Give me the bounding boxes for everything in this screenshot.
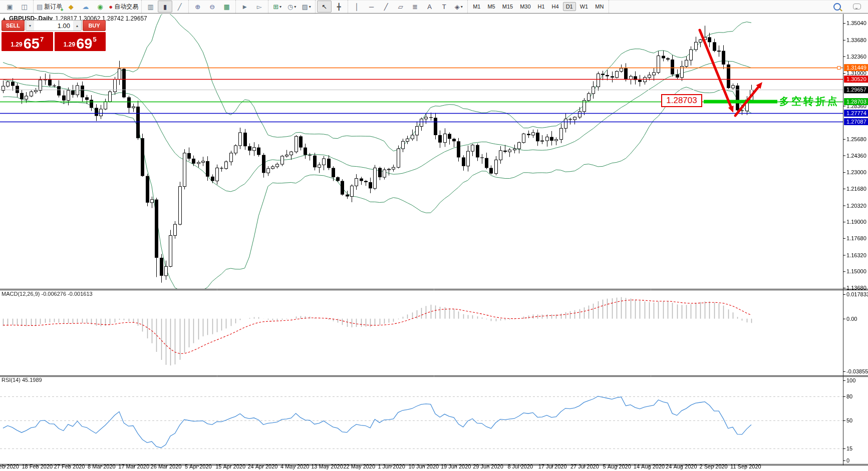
- trendline-button[interactable]: ╱: [379, 1, 393, 13]
- mql5-icon: ◆: [69, 4, 74, 10]
- timeframe-m15-button[interactable]: M15: [499, 2, 516, 11]
- auto-scroll-icon: ►: [241, 4, 248, 10]
- templates-button[interactable]: ▨▾: [299, 1, 314, 13]
- one-click-trade-panel: SELL ▼ ▲ BUY 1.29 65 7 1.29 69 5: [2, 20, 106, 51]
- toolbar-group: ▣◫: [1, 0, 34, 13]
- timeframe-m1-button[interactable]: M1: [470, 2, 483, 11]
- zoom-out-button[interactable]: ⊖: [205, 1, 219, 13]
- fibonacci-button[interactable]: ≣: [408, 1, 422, 13]
- buy-price-big: 69: [76, 37, 92, 50]
- window-icon: ▣: [7, 4, 13, 10]
- new-order-button[interactable]: ▤+新订单: [35, 1, 64, 13]
- chat-icon: [853, 4, 861, 10]
- label-icon: T: [442, 4, 446, 10]
- chevron-down-icon[interactable]: ▾: [309, 5, 311, 9]
- buy-price-sup: 5: [93, 36, 96, 43]
- templates-icon: ▨: [302, 4, 308, 10]
- sell-price-big: 65: [24, 37, 40, 50]
- sell-button[interactable]: SELL: [2, 20, 25, 31]
- timeframe-mn-button[interactable]: MN: [592, 2, 607, 11]
- top-toolbar: ▣◫▤+新订单◆☁◉●自动交易▥▮╱⊕⊖▦►▻⊞▾◷▾▨▾↖╋│─╱▱≣AT◈▾…: [0, 0, 868, 14]
- candlestick-button[interactable]: ▮: [158, 1, 172, 13]
- horizontal-line-button[interactable]: ─: [364, 1, 379, 13]
- toolbar-right: [830, 1, 868, 13]
- toolbar-group: ►▻: [236, 0, 268, 13]
- search-button[interactable]: [830, 1, 844, 13]
- zoom-in-button[interactable]: ⊕: [190, 1, 205, 13]
- toolbar-group: ▤+新订单◆☁◉●自动交易: [34, 0, 142, 13]
- price-chart-canvas[interactable]: [0, 14, 868, 471]
- timeframe-group: M1M5M15M30H1H4D1W1MN: [468, 0, 609, 13]
- text-button[interactable]: A: [422, 1, 437, 13]
- chevron-down-icon[interactable]: ▾: [279, 5, 281, 9]
- timeframe-h1-button[interactable]: H1: [535, 2, 548, 11]
- new-order-button-label: 新订单: [44, 3, 62, 11]
- crosshair-icon: ╋: [337, 4, 341, 10]
- timeframe-h4-button[interactable]: H4: [549, 2, 562, 11]
- plus-badge-icon: +: [60, 8, 63, 12]
- signals-icon: ◉: [97, 4, 103, 10]
- price-flag-annotation: 1.28703: [661, 94, 702, 107]
- chart-shift-button[interactable]: ▻: [252, 1, 266, 13]
- vertical-line-button[interactable]: │: [350, 1, 364, 13]
- timeframe-w1-button[interactable]: W1: [577, 2, 592, 11]
- profiles-button[interactable]: ◫: [17, 1, 32, 13]
- toolbar-group: ⊞▾◷▾▨▾: [268, 0, 316, 13]
- volume-decrease-button[interactable]: ▼: [26, 21, 34, 31]
- rsi-indicator-label: RSI(14) 45.1989: [2, 377, 42, 383]
- channel-button[interactable]: ▱: [393, 1, 408, 13]
- horizontal-line-icon: ─: [369, 4, 374, 10]
- buy-quote[interactable]: 1.29 69 5: [55, 32, 106, 51]
- volume-increase-button[interactable]: ▲: [73, 21, 81, 31]
- auto-scroll-button[interactable]: ►: [237, 1, 252, 13]
- signals-button[interactable]: ◉: [93, 1, 107, 13]
- sell-price-prefix: 1.29: [11, 41, 22, 48]
- autotrading-icon: ●: [109, 4, 113, 10]
- window-button[interactable]: ▣: [3, 1, 17, 13]
- macd-indicator-label: MACD(12,26,9) -0.006276 -0.001613: [2, 291, 93, 297]
- shapes-button[interactable]: ◈▾: [451, 1, 466, 13]
- mql5-button[interactable]: ◆: [64, 1, 78, 13]
- timeframe-m30-button[interactable]: M30: [517, 2, 533, 11]
- bar-chart-button[interactable]: ▥: [143, 1, 158, 13]
- indicators-button[interactable]: ⊞▾: [270, 1, 284, 13]
- text-icon: A: [427, 4, 432, 10]
- label-button[interactable]: T: [437, 1, 451, 13]
- periods-button[interactable]: ◷▾: [284, 1, 299, 13]
- zoom-in-icon: ⊕: [195, 4, 200, 10]
- buy-price-prefix: 1.29: [64, 41, 75, 48]
- candlestick-icon: ▮: [163, 4, 167, 10]
- community-button[interactable]: ☁: [78, 1, 93, 13]
- volume-input[interactable]: [34, 21, 73, 31]
- fibonacci-icon: ≣: [412, 4, 418, 10]
- shapes-icon: ◈: [455, 4, 460, 10]
- crosshair-button[interactable]: ╋: [332, 1, 346, 13]
- volume-stepper[interactable]: ▼ ▲: [26, 20, 82, 31]
- line-chart-icon: ╱: [178, 4, 182, 10]
- chart-shift-icon: ▻: [257, 4, 262, 10]
- cursor-button[interactable]: ↖: [317, 1, 332, 13]
- trendline-icon: ╱: [384, 4, 388, 10]
- new-order-icon: ▤: [37, 4, 43, 10]
- vertical-line-icon: │: [355, 4, 359, 10]
- sell-quote[interactable]: 1.29 65 7: [2, 32, 53, 51]
- chevron-down-icon[interactable]: ▾: [461, 5, 463, 9]
- timeframe-m5-button[interactable]: M5: [484, 2, 498, 11]
- chat-button[interactable]: [849, 1, 864, 13]
- autotrading-button-label: 自动交易: [114, 3, 138, 11]
- buy-button[interactable]: BUY: [83, 20, 106, 31]
- sell-price-sup: 7: [40, 36, 44, 43]
- toolbar-group: ▥▮╱: [142, 0, 189, 13]
- chevron-down-icon[interactable]: ▾: [294, 5, 296, 9]
- bar-chart-icon: ▥: [148, 4, 154, 10]
- search-icon: [833, 3, 841, 11]
- toolbar-group: ⊕⊖▦: [189, 0, 236, 13]
- timeframe-d1-button[interactable]: D1: [563, 2, 576, 11]
- periods-icon: ◷: [287, 4, 293, 10]
- tile-windows-button[interactable]: ▦: [219, 1, 234, 13]
- community-icon: ☁: [82, 4, 89, 10]
- profiles-icon: ◫: [21, 4, 27, 10]
- toolbar-group: ↖╋: [316, 0, 348, 13]
- line-chart-button[interactable]: ╱: [172, 1, 187, 13]
- autotrading-button[interactable]: ●自动交易: [107, 1, 140, 13]
